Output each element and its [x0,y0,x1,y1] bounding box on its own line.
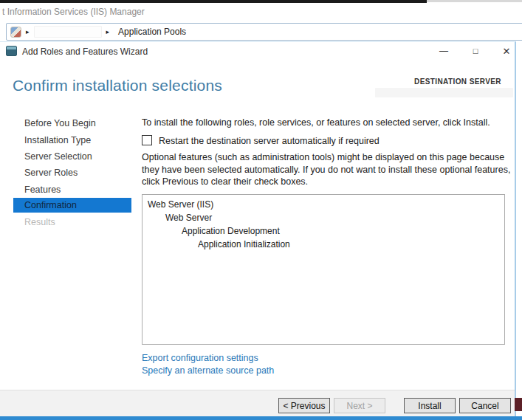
server-manager-icon [6,46,17,56]
sidebar-item-results: Results [24,217,55,227]
selected-features-list[interactable]: Web Server (IIS) Web Server Application … [142,194,505,345]
next-button: Next > [334,398,385,413]
intro-text: To install the following roles, role ser… [142,117,515,129]
background-window-top-strip [0,0,427,3]
previous-button[interactable]: < Previous [278,398,330,413]
breadcrumb[interactable]: ▸ ▸ Application Pools [6,23,522,41]
tree-item-application-initialization[interactable]: Application Initialization [198,239,290,249]
minimize-button[interactable]: — [433,42,455,60]
destination-server-name-redacted [375,88,513,97]
sidebar-item-installation-type[interactable]: Installation Type [24,135,91,145]
install-button[interactable]: Install [404,398,456,413]
sidebar-item-features[interactable]: Features [24,185,61,195]
page-title: Confirm installation selections [13,77,222,94]
tree-item-application-development[interactable]: Application Development [182,226,280,236]
iis-window-title: t Information Services (IIS) Manager [2,7,145,17]
sidebar-item-confirmation[interactable]: Confirmation [24,200,77,210]
optional-features-note: Optional features (such as administratio… [142,151,514,188]
maximize-button[interactable]: □ [464,42,487,60]
tree-item-web-server-iis[interactable]: Web Server (IIS) [148,199,213,210]
iis-site-icon [10,27,21,38]
background-window-top-strip-right [427,0,522,2]
sidebar-item-server-roles[interactable]: Server Roles [24,168,78,178]
wizard-title: Add Roles and Features Wizard [22,47,148,57]
alternate-source-path-link[interactable]: Specify an alternate source path [142,365,274,376]
cancel-button[interactable]: Cancel [459,398,511,413]
background-window-fragment [515,398,522,411]
breadcrumb-server-redacted [34,26,102,38]
sidebar-item-server-selection[interactable]: Server Selection [24,151,92,162]
destination-server-label: DESTINATION SERVER [414,78,501,86]
restart-checkbox-label[interactable]: Restart the destination server automatic… [159,135,513,148]
breadcrumb-item-application-pools[interactable]: Application Pools [118,27,186,37]
tree-item-web-server[interactable]: Web Server [165,213,212,223]
window-bottom-border [0,416,522,420]
close-button[interactable]: ✕ [495,42,518,60]
screen: t Information Services (IIS) Manager ▸ ▸… [0,0,522,420]
breadcrumb-arrow-icon: ▸ [106,28,110,35]
export-configuration-link[interactable]: Export configuration settings [142,353,258,363]
restart-checkbox[interactable] [142,135,152,145]
sidebar-item-before-you-begin[interactable]: Before You Begin [24,118,96,128]
breadcrumb-arrow-icon: ▸ [26,28,30,35]
